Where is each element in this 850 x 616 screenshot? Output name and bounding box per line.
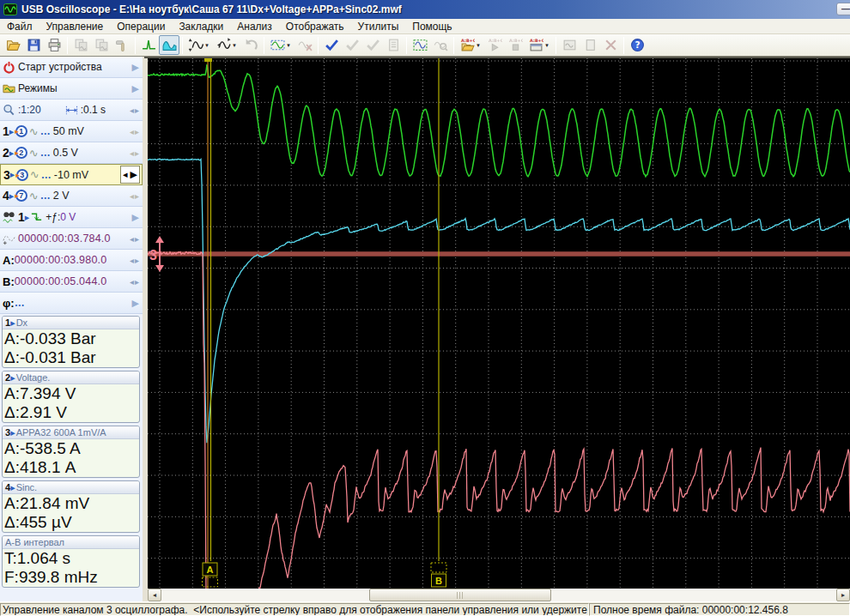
script-window-button[interactable]: A:B+C▼ (525, 35, 553, 55)
expand-arrow-icon[interactable]: ▶ (132, 298, 139, 309)
menu-bookmarks[interactable]: Закладки (172, 20, 230, 33)
spin-left-icon[interactable]: ◂ (123, 169, 128, 180)
step-arrows-icon[interactable]: ◂▸ (130, 191, 140, 201)
phase-label: φ: (3, 297, 15, 310)
channel-range-value: 0.5 V (53, 147, 78, 159)
panel-sinc: 4▸Sinc. A:21.84 mV Δ:455 µV (2, 480, 140, 533)
toolbar-separator (67, 37, 68, 54)
window-title: USB Oscilloscope - E:\На ноутбук\Саша 67… (21, 3, 402, 15)
channel-number: 1 (3, 124, 9, 138)
panel-arrow-icon: ▸ (10, 482, 15, 493)
wave-delete-button (294, 35, 315, 55)
title-bar[interactable]: USB Oscilloscope - E:\На ноутбук\Саша 67… (0, 0, 850, 19)
zoom-sweep-row[interactable]: :1:20 :0.1 s ◂▸ (0, 100, 143, 121)
spike-mode-button[interactable] (138, 35, 159, 55)
menu-operations[interactable]: Операции (110, 20, 172, 33)
panel-voltage: 2▸Voltage. A:7.394 V Δ:2.91 V (2, 371, 140, 423)
panel-title: Voltage. (16, 372, 51, 383)
window-close-button (600, 35, 621, 55)
svg-text:?: ? (634, 39, 640, 51)
wave-select-button[interactable]: ▼ (267, 35, 294, 55)
toolbar: ▼▼▼A:B+C▼A:B+CA:B+CA:B+C▼? (0, 34, 850, 57)
expand-arrow-icon[interactable]: ▶ (132, 212, 139, 223)
undo-button (240, 35, 261, 55)
cursor-time-row[interactable]: 00000:00:03.784.0 ◂▸ (0, 228, 143, 250)
scale-vertical-button[interactable]: ▼ (185, 35, 213, 55)
panel-appa: 3▸APPA32 600A 1mV/A A:-538.5 A Δ:418.1 A (2, 426, 140, 478)
sweep-icon (65, 104, 78, 117)
channel-arrow-icon: ▸ (9, 126, 15, 137)
apply-button[interactable] (321, 35, 342, 55)
menu-display[interactable]: Отображать (279, 20, 351, 33)
start-device-label: Старт устройства (18, 61, 102, 73)
minimize-button[interactable]: — (836, 3, 850, 15)
modes-folder-icon (3, 82, 15, 95)
step-arrows-icon[interactable]: ◂▸ (130, 106, 140, 115)
menu-help[interactable]: Помощь (405, 20, 458, 33)
scroll-thumb[interactable] (369, 589, 551, 601)
scroll-right-button[interactable]: ▸ (836, 589, 850, 601)
menu-file[interactable]: Файл (0, 20, 39, 33)
channel-1-row[interactable]: 1▸ ▸ 1 ∿ … 50 mV ◂▸ (0, 121, 143, 142)
start-device-row[interactable]: Старт устройства ▶ (0, 57, 143, 78)
svg-text:A:B+C: A:B+C (530, 38, 543, 43)
panel-title: APPA32 600A 1mV/A (16, 427, 106, 438)
open-file-button[interactable] (3, 35, 23, 55)
help-button[interactable]: ? (627, 35, 647, 55)
channel-arrow-icon: ▸ (9, 190, 15, 202)
toolbar-separator (406, 37, 407, 54)
channel-arrow-icon: ▸ (9, 148, 15, 159)
marker-b-row[interactable]: B: 00000:00:05.044.0 ◂▸ (0, 271, 143, 293)
marker-a-label: A: (3, 254, 15, 267)
modes-label: Режимы (18, 82, 58, 94)
plot-horizontal-scrollbar[interactable]: ◂ ▸ (148, 589, 850, 601)
expand-arrow-icon[interactable]: ▶ (132, 62, 139, 73)
marker-a-row[interactable]: A: 00000:00:03.980.0 ◂▸ (0, 250, 143, 271)
save-button[interactable] (23, 35, 44, 55)
channel-3-spinner[interactable]: ◂▶ (120, 166, 140, 184)
apply-next-button (362, 35, 383, 55)
oscilloscope-plot[interactable]: AB3 (148, 58, 850, 589)
sine-wave-icon: ∿ (29, 190, 39, 202)
svg-text:A:B+C: A:B+C (461, 38, 475, 43)
phase-row[interactable]: φ: … ▶ (0, 293, 143, 314)
toolbar-separator (182, 37, 183, 54)
interval-freq-value: F:939.8 mHz (3, 568, 139, 587)
measure-delta-value: Δ:455 µV (3, 513, 139, 532)
menu-bar: Файл Управление Операции Закладки Анализ… (0, 19, 850, 34)
ellipsis: … (41, 169, 52, 181)
probe-arrow-icon: ▸ (15, 127, 19, 136)
spin-right-icon[interactable]: ▶ (131, 169, 137, 180)
sine-wave-icon: ∿ (29, 125, 39, 138)
expand-arrow-icon[interactable]: ▶ (132, 83, 139, 94)
modes-row[interactable]: Режимы ▶ (0, 78, 143, 100)
step-arrows-icon[interactable]: ◂▸ (130, 277, 140, 287)
scroll-left-button[interactable]: ◂ (148, 589, 161, 601)
step-arrows-icon[interactable]: ◂▸ (130, 256, 140, 265)
svg-text:A:B+C: A:B+C (489, 38, 502, 43)
channel-3-row-selected[interactable]: 3▸ ▸ 3 ∿ … -10 mV ◂▶ (0, 164, 143, 185)
menu-analysis[interactable]: Анализ (230, 20, 279, 33)
trigger-source-number: 1 (18, 210, 25, 224)
marker-b-label: B: (3, 275, 15, 288)
trigger-row[interactable]: 1▸ +ƒ: 0 V ▶ (0, 207, 143, 228)
step-arrows-icon[interactable]: ◂▸ (130, 148, 140, 158)
scale-horizontal-button[interactable]: ▼ (213, 35, 240, 55)
menu-utilities[interactable]: Утилиты (351, 20, 406, 33)
step-arrows-icon[interactable]: ◂▸ (130, 127, 140, 136)
binoculars-icon (3, 211, 15, 224)
panel-arrow-icon: ▸ (10, 317, 15, 329)
ellipsis: … (40, 190, 51, 202)
print-button[interactable] (44, 35, 64, 55)
channel-range-value: 2 V (53, 190, 70, 202)
wave-edit-button[interactable] (159, 35, 179, 55)
script-run-button: A:B+C (484, 35, 505, 55)
measure-delta-value: Δ:-0.031 Bar (3, 348, 139, 367)
channel-4-row[interactable]: 4▸ ▸ 7 ∿ … 2 V ◂▸ (0, 185, 143, 207)
menu-control[interactable]: Управление (39, 20, 111, 33)
wave-frame-button[interactable] (410, 35, 430, 55)
step-arrows-icon[interactable]: ◂▸ (130, 234, 140, 244)
channel-2-row[interactable]: 2▸ ▸ 2 ∿ … 0.5 V ◂▸ (0, 142, 143, 164)
script-open-button[interactable]: A:B+C▼ (457, 35, 484, 55)
panel-title: A-B интервал (5, 537, 64, 547)
